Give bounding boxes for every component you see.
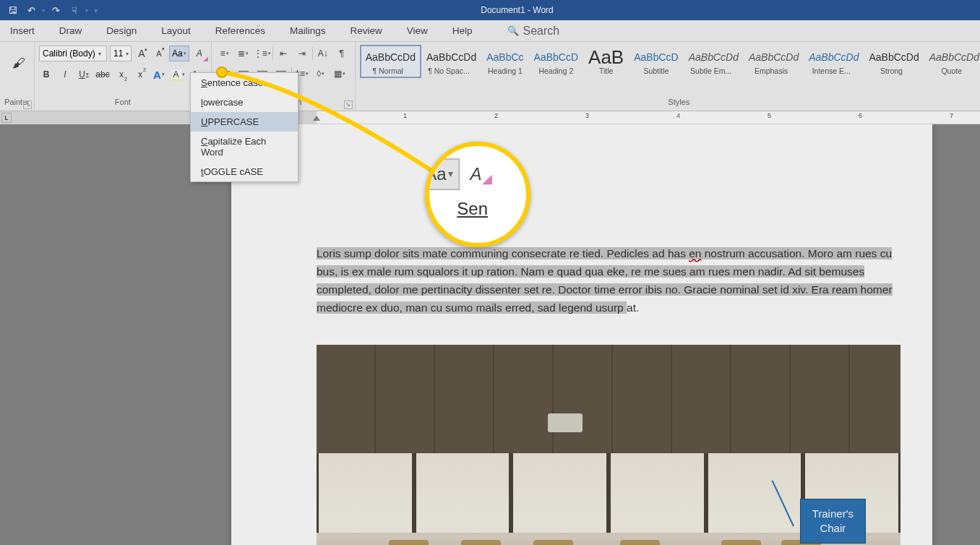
projector-icon (548, 413, 583, 432)
style--normal[interactable]: AaBbCcDd¶ Normal (360, 45, 421, 78)
search-placeholder: Search (523, 25, 560, 38)
style-intense-e-[interactable]: AaBbCcDdIntense E... (804, 46, 864, 77)
borders-button[interactable]: ▦▾ (331, 66, 348, 82)
dialog-launcher-icon[interactable]: ↘ (344, 100, 353, 109)
eraser-icon: ◢ (203, 55, 208, 62)
show-marks-button[interactable]: ¶ (333, 46, 351, 61)
shading-button[interactable]: ◊▾ (312, 66, 330, 82)
save-icon[interactable]: 🖫 (4, 2, 20, 18)
redo-icon[interactable]: ↷ (48, 2, 64, 18)
styles-gallery[interactable]: AaBbCcDd¶ NormalAaBbCcDd¶ No Spac...AaBb… (360, 45, 980, 78)
group-font: Calibri (Body)▾ 11▾ A▴ A▾ Aa ▾ A◢ B I U▾… (35, 42, 212, 111)
dialog-launcher-icon[interactable]: ↘ (23, 100, 32, 109)
search-icon: 🔍 (507, 25, 519, 36)
document-image[interactable]: Trainer'sChair (317, 345, 901, 545)
sort-button[interactable]: A↓ (314, 46, 332, 61)
case-sentence[interactable]: SSentence case.entence case. (191, 73, 298, 93)
ruler-number: 3 (585, 112, 589, 119)
superscript-button[interactable]: x2 (133, 66, 147, 82)
style-subtle-em-[interactable]: AaBbCcDdSubtle Em... (684, 46, 744, 77)
bullets-button[interactable]: ≡▾ (216, 46, 233, 61)
ruler-number: 7 (950, 112, 953, 119)
increase-indent-button[interactable]: ⇥ (293, 46, 311, 61)
tab-references[interactable]: References (212, 22, 268, 39)
change-case-menu: SSentence case.entence case. lowercase U… (190, 72, 298, 182)
tab-layout[interactable]: Layout (158, 22, 194, 39)
undo-icon[interactable]: ↶ (23, 2, 39, 18)
callout-label[interactable]: Trainer'sChair (800, 499, 866, 544)
ruler-number: 6 (859, 112, 862, 119)
decrease-indent-button[interactable]: ⇤ (275, 46, 292, 61)
subscript-button[interactable]: x2 (114, 66, 129, 82)
case-toggle[interactable]: tOGGLE cASE (191, 162, 298, 181)
tab-review[interactable]: Review (347, 22, 384, 39)
case-capitalize-each[interactable]: Capitalize Each Word (191, 132, 298, 162)
style-subtitle[interactable]: AaBbCcDSubtitle (629, 46, 683, 77)
bold-button[interactable]: B (39, 66, 53, 82)
grow-font-button[interactable]: A▴ (134, 46, 149, 61)
group-label-font: Font (39, 98, 207, 109)
text-effects-button[interactable]: A▾ (152, 66, 166, 82)
shrink-font-button[interactable]: A▾ (152, 46, 166, 61)
group-label-styles: Styles (360, 98, 980, 109)
group-clipboard: 🖌 Painter ↘ (0, 42, 35, 111)
window-title: Document1 - Word (98, 5, 937, 15)
style--no-spac-[interactable]: AaBbCcDd¶ No Spac... (421, 46, 481, 77)
style-strong[interactable]: AaBbCcDdStrong (864, 46, 924, 77)
highlight-button[interactable]: A▾ (171, 66, 185, 82)
paintbrush-icon: 🖌 (12, 56, 25, 71)
multilevel-button[interactable]: ⋮≡▾ (254, 46, 271, 61)
font-size-combo[interactable]: 11▾ (110, 46, 132, 61)
font-name-combo[interactable]: Calibri (Body)▾ (39, 46, 107, 61)
style-title[interactable]: AaBTitle (583, 46, 629, 77)
italic-button[interactable]: I (58, 66, 72, 82)
tab-selector-icon[interactable]: L (1, 113, 12, 123)
ruler[interactable]: L 1234567 (0, 111, 980, 124)
strikethrough-button[interactable]: abc (95, 66, 110, 82)
quick-access-toolbar: 🖫 ↶ ▾ ↷ ☟ ▾ ▾ (0, 2, 98, 18)
change-case-button[interactable]: Aa ▾ (169, 46, 189, 61)
clear-formatting-button[interactable]: A◢ (192, 46, 207, 61)
underline-button[interactable]: U▾ (77, 66, 91, 82)
tell-me-search[interactable]: 🔍 Search (507, 25, 560, 38)
ribbon-tabs: Insert Draw Design Layout References Mai… (0, 20, 980, 42)
qat-caret-icon[interactable]: ▾ (85, 7, 88, 14)
titlebar: 🖫 ↶ ▾ ↷ ☟ ▾ ▾ Document1 - Word (0, 0, 980, 20)
case-lowercase[interactable]: lowercase (191, 93, 298, 112)
ruler-number: 5 (768, 112, 771, 119)
style-heading-2[interactable]: AaBbCcDHeading 2 (529, 46, 583, 77)
style-emphasis[interactable]: AaBbCcDdEmphasis (744, 46, 804, 77)
group-styles: AaBbCcDd¶ NormalAaBbCcDd¶ No Spac...AaBb… (356, 42, 980, 111)
tab-help[interactable]: Help (450, 22, 476, 39)
format-painter-button[interactable]: 🖌 (4, 45, 33, 82)
ribbon: 🖌 Painter ↘ Calibri (Body)▾ 11▾ A▴ A▾ Aa… (0, 42, 980, 111)
tab-draw[interactable]: Draw (56, 22, 85, 39)
touch-mode-icon[interactable]: ☟ (66, 2, 82, 18)
tab-view[interactable]: View (404, 22, 431, 39)
document-body-text[interactable]: Loris sump dolor sits mate communing con… (317, 244, 901, 317)
style-heading-1[interactable]: AaBbCcHeading 1 (481, 46, 528, 77)
tab-insert[interactable]: Insert (7, 22, 38, 39)
ruler-number: 4 (676, 112, 680, 119)
case-uppercase[interactable]: UPPERCASE (191, 112, 298, 132)
qat-caret-icon[interactable]: ▾ (42, 7, 45, 14)
bubble-sentence-fragment: Sen (457, 199, 488, 219)
ruler-number: 2 (494, 112, 498, 119)
annotation-bubble: Refe A▾ Aa ▾ A◢ Sen (425, 142, 530, 247)
page: Loris sump dolor sits mate communing con… (231, 124, 932, 545)
numbering-button[interactable]: ≣▾ (235, 46, 252, 61)
ruler-number: 1 (403, 112, 407, 119)
bubble-clear-format-icon: A◢ (465, 158, 497, 190)
annotation-origin-dot (216, 66, 228, 78)
style-quote[interactable]: AaBbCcDdQuote (924, 46, 980, 77)
tab-mailings[interactable]: Mailings (287, 22, 329, 39)
tab-design[interactable]: Design (103, 22, 139, 39)
